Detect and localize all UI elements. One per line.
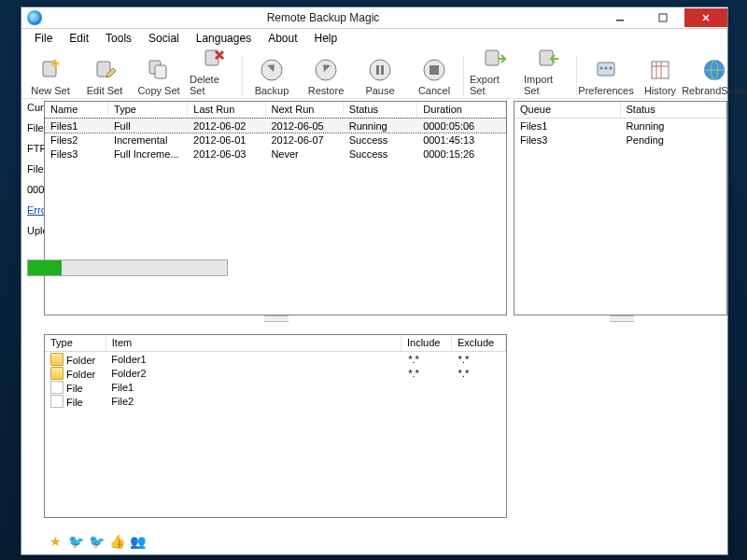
new-set-button[interactable]: New Set <box>23 56 78 96</box>
folder-icon <box>50 353 63 366</box>
prefs-button[interactable]: Preferences <box>579 56 633 96</box>
window-title: Remote Backup Magic <box>48 11 599 24</box>
table-row[interactable]: FolderFolder1*.**.* <box>45 352 506 366</box>
copy-set-button[interactable]: Copy Set <box>132 56 186 96</box>
splitter-handle[interactable] <box>264 315 289 322</box>
file-icon <box>50 381 63 394</box>
twitter-icon[interactable]: 🐦 <box>68 534 83 549</box>
maximize-button[interactable] <box>641 8 684 27</box>
toolbar: New SetEdit SetCopy SetDelete SetBackupR… <box>21 48 727 99</box>
prefs-icon <box>592 56 620 84</box>
splitter-handle[interactable] <box>610 315 634 322</box>
titlebar[interactable]: Remote Backup Magic <box>21 7 727 29</box>
social-bar: ★ 🐦 🐦 👍 👥 <box>48 534 145 549</box>
pause-icon <box>366 56 394 84</box>
column-header[interactable]: Name <box>45 102 108 118</box>
svg-rect-10 <box>376 65 379 75</box>
cancel-icon <box>420 56 448 84</box>
svg-rect-20 <box>652 62 669 78</box>
menu-help[interactable]: Help <box>306 30 345 47</box>
menu-about[interactable]: About <box>261 30 304 47</box>
pause-button[interactable]: Pause <box>353 56 407 96</box>
file-icon <box>50 395 63 408</box>
edit-set-button[interactable]: Edit Set <box>78 56 132 96</box>
twitter-icon[interactable]: 🐦 <box>89 534 104 549</box>
folder-icon <box>50 367 63 380</box>
table-row[interactable]: Files1Running <box>514 119 726 133</box>
svg-point-19 <box>610 67 613 70</box>
backup-button[interactable]: Backup <box>245 56 299 96</box>
delete-set-icon <box>199 45 227 73</box>
close-button[interactable] <box>684 8 727 27</box>
minimize-button[interactable] <box>599 8 641 27</box>
menu-social[interactable]: Social <box>141 30 187 47</box>
history-button[interactable]: History <box>633 56 687 96</box>
svg-rect-14 <box>486 50 499 65</box>
column-header[interactable]: Type <box>108 102 188 118</box>
table-row[interactable]: FolderFolder2*.**.* <box>45 366 506 380</box>
table-row[interactable]: FileFile2 <box>45 394 506 408</box>
thumbs-up-icon[interactable]: 👍 <box>109 534 124 549</box>
column-header[interactable]: Exclude <box>452 335 506 351</box>
restore-button[interactable]: Restore <box>299 56 353 96</box>
progress-bar <box>27 259 228 276</box>
column-header[interactable]: Queue <box>514 102 621 118</box>
globe-button[interactable]: RebrandSoftw <box>687 56 741 96</box>
table-row[interactable]: Files3Full Increme...2012-06-03NeverSucc… <box>45 147 506 161</box>
table-row[interactable]: Files2Incremental2012-06-012012-06-07Suc… <box>45 133 506 147</box>
svg-point-9 <box>370 60 390 80</box>
column-header[interactable]: Type <box>45 335 106 351</box>
items-table[interactable]: TypeItemIncludeExclude FolderFolder1*.**… <box>44 334 507 518</box>
window-buttons <box>599 8 727 27</box>
star-icon[interactable]: ★ <box>48 534 63 549</box>
history-icon <box>646 56 674 84</box>
svg-rect-11 <box>381 65 384 75</box>
sets-table[interactable]: NameTypeLast RunNext RunStatusDuration F… <box>44 101 507 315</box>
column-header[interactable]: Status <box>621 102 727 118</box>
copy-set-icon <box>145 56 173 84</box>
import-button[interactable]: Import Set <box>520 45 574 96</box>
column-header[interactable]: Duration <box>417 102 506 118</box>
table-row[interactable]: Files3Pending <box>514 133 726 147</box>
svg-rect-0 <box>616 20 624 21</box>
cancel-button[interactable]: Cancel <box>407 56 461 96</box>
svg-rect-13 <box>430 65 439 75</box>
edit-set-icon <box>91 56 119 84</box>
export-icon <box>479 45 507 73</box>
new-set-icon <box>36 56 64 84</box>
column-header[interactable]: Include <box>402 335 452 351</box>
delete-set-button[interactable]: Delete Set <box>186 45 240 96</box>
column-header[interactable]: Status <box>344 102 417 118</box>
restore-icon <box>312 56 340 84</box>
people-icon[interactable]: 👥 <box>130 534 145 549</box>
svg-point-18 <box>605 67 608 70</box>
export-button[interactable]: Export Set <box>466 45 520 96</box>
column-header[interactable]: Last Run <box>188 102 265 118</box>
menubar: FileEditToolsSocialLanguagesAboutHelp <box>21 29 727 48</box>
app-icon <box>27 10 42 25</box>
table-row[interactable]: Files1Full2012-06-022012-06-05Running000… <box>45 119 506 133</box>
globe-icon <box>700 56 728 84</box>
import-icon <box>533 45 561 73</box>
app-window: Remote Backup Magic FileEditToolsSocialL… <box>21 7 728 555</box>
menu-tools[interactable]: Tools <box>98 30 139 47</box>
menu-edit[interactable]: Edit <box>62 30 96 47</box>
column-header[interactable]: Item <box>106 335 402 351</box>
svg-rect-1 <box>659 14 667 21</box>
column-header[interactable]: Next Run <box>266 102 344 118</box>
svg-point-17 <box>600 67 603 70</box>
table-row[interactable]: FileFile1 <box>45 380 506 394</box>
queue-table[interactable]: QueueStatus Files1RunningFiles3Pending <box>514 101 727 315</box>
menu-file[interactable]: File <box>27 30 60 47</box>
svg-rect-5 <box>155 65 166 78</box>
backup-icon <box>258 56 286 84</box>
